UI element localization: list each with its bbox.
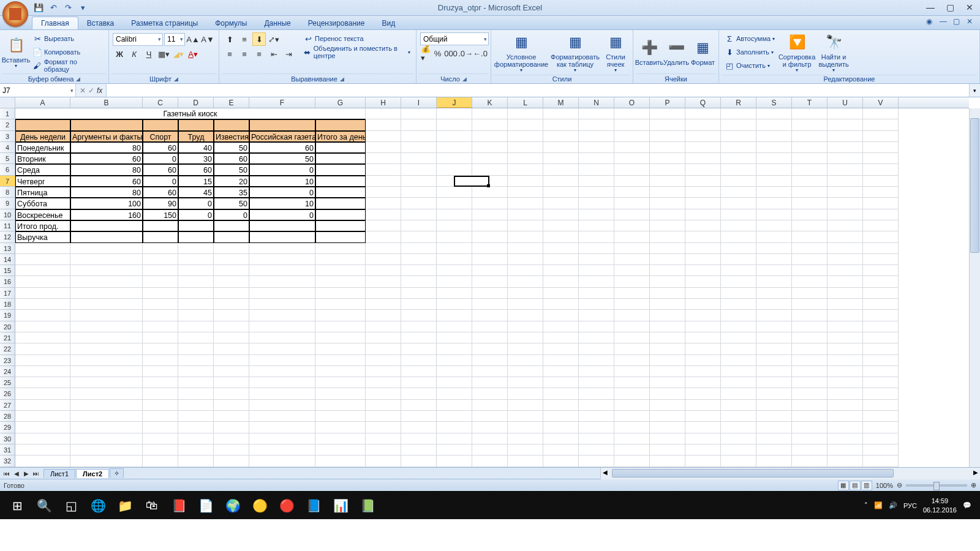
tab-insert[interactable]: Вставка (78, 17, 123, 29)
cell[interactable] (249, 444, 315, 455)
cell[interactable] (315, 433, 366, 444)
cell[interactable] (685, 332, 721, 343)
cell[interactable] (579, 131, 614, 142)
cell[interactable] (366, 299, 401, 310)
cell[interactable] (70, 343, 143, 354)
cell[interactable] (401, 422, 437, 433)
help-icon[interactable]: ◉ (926, 17, 936, 27)
row-header-32[interactable]: 32 (0, 455, 15, 467)
cell[interactable] (792, 355, 827, 366)
cell[interactable]: 10 (249, 176, 315, 187)
cell[interactable] (685, 198, 721, 209)
format-painter-button[interactable]: 🖌Формат по образцу (31, 59, 105, 72)
cell[interactable] (721, 310, 756, 321)
cell[interactable] (650, 164, 685, 175)
cell[interactable] (249, 422, 315, 433)
cell[interactable] (650, 332, 685, 343)
cell[interactable] (70, 265, 143, 276)
cell[interactable] (70, 422, 143, 433)
cell[interactable] (366, 243, 401, 254)
cell[interactable] (315, 254, 366, 265)
cell[interactable] (756, 164, 792, 175)
cell[interactable] (650, 321, 685, 332)
cell[interactable] (579, 142, 614, 153)
hscroll-left-icon[interactable]: ◀ (603, 469, 608, 476)
cell[interactable] (178, 433, 214, 444)
cell[interactable] (721, 411, 756, 422)
taskbar-app-13[interactable]: 📗 (354, 493, 381, 518)
cell[interactable] (214, 243, 249, 254)
cell[interactable] (756, 276, 792, 287)
cell[interactable] (249, 243, 315, 254)
cell[interactable] (508, 400, 543, 411)
cell[interactable] (650, 400, 685, 411)
cell[interactable] (508, 366, 543, 377)
cell[interactable] (472, 288, 508, 299)
cell[interactable] (543, 187, 579, 198)
cancel-formula-icon[interactable]: ✕ (80, 86, 86, 95)
cell[interactable] (756, 153, 792, 164)
cell[interactable] (827, 164, 863, 175)
font-launcher[interactable]: ◢ (174, 76, 178, 82)
cell[interactable]: 0 (143, 176, 178, 187)
cell[interactable] (614, 444, 650, 455)
cell[interactable] (827, 299, 863, 310)
cell[interactable] (178, 243, 214, 254)
cell[interactable] (315, 265, 366, 276)
tray-clock[interactable]: 14:59 06.12.2016 (923, 497, 957, 514)
cell[interactable] (401, 455, 437, 467)
cell[interactable] (472, 444, 508, 455)
cell[interactable] (178, 332, 214, 343)
row-header-11[interactable]: 11 (0, 220, 15, 231)
cell[interactable] (437, 243, 472, 254)
cell[interactable] (685, 119, 721, 130)
cell[interactable] (178, 321, 214, 332)
cell[interactable] (614, 243, 650, 254)
cell[interactable] (178, 343, 214, 354)
cell[interactable] (401, 265, 437, 276)
column-header-V[interactable]: V (863, 97, 899, 108)
cell[interactable] (70, 243, 143, 254)
cell[interactable] (472, 377, 508, 388)
cell[interactable] (472, 355, 508, 366)
cell[interactable] (70, 220, 143, 231)
cell[interactable] (685, 388, 721, 399)
vscroll-thumb[interactable] (970, 118, 979, 253)
cell[interactable] (437, 142, 472, 153)
cell[interactable] (315, 119, 366, 130)
cell[interactable] (15, 310, 70, 321)
undo-icon[interactable]: ↶ (48, 2, 59, 13)
wrap-text-button[interactable]: ↩Перенос текста (301, 32, 412, 45)
cell[interactable] (792, 411, 827, 422)
cell[interactable] (650, 153, 685, 164)
cell[interactable] (508, 444, 543, 455)
cell[interactable] (579, 332, 614, 343)
cell[interactable] (863, 265, 899, 276)
cell[interactable] (214, 332, 249, 343)
cell[interactable] (366, 254, 401, 265)
row-header-1[interactable]: 1 (0, 108, 15, 119)
sheet-nav-last-icon[interactable]: ⏭ (32, 470, 40, 477)
cell[interactable]: 50 (214, 198, 249, 209)
cell[interactable] (70, 444, 143, 455)
cell[interactable] (15, 254, 70, 265)
cell[interactable] (792, 108, 827, 119)
cell[interactable] (792, 209, 827, 220)
cell[interactable] (792, 176, 827, 187)
cell[interactable]: 60 (214, 153, 249, 164)
cell[interactable] (70, 310, 143, 321)
cell[interactable] (685, 433, 721, 444)
cell[interactable] (70, 299, 143, 310)
cell[interactable] (543, 343, 579, 354)
cell[interactable] (863, 377, 899, 388)
cell[interactable]: 0 (178, 198, 214, 209)
cell[interactable] (366, 153, 401, 164)
cell[interactable] (827, 411, 863, 422)
cell[interactable] (437, 455, 472, 467)
cell[interactable]: Пятница (15, 187, 70, 198)
cell[interactable] (15, 299, 70, 310)
cell[interactable] (15, 400, 70, 411)
cell[interactable] (249, 265, 315, 276)
cell[interactable] (366, 119, 401, 130)
row-header-10[interactable]: 10 (0, 209, 15, 220)
